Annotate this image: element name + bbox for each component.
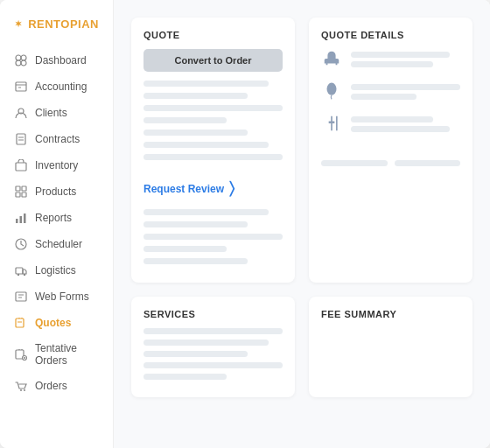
quote-details-panel: Quote Details — [309, 18, 472, 283]
quote-panel-title: QUOTE — [144, 30, 283, 40]
convert-to-order-button[interactable]: Convert to Order — [144, 49, 283, 72]
detail-lines-balloon — [351, 84, 460, 103]
services-panel: Services — [131, 297, 295, 397]
svg-point-3 — [21, 55, 26, 60]
svg-point-0 — [18, 23, 20, 25]
contracts-icon — [14, 132, 28, 146]
skeleton-line — [144, 221, 248, 228]
svg-point-1 — [16, 55, 21, 60]
detail-lines-chair — [351, 52, 460, 71]
sidebar-item-quotes[interactable]: Quotes — [0, 310, 113, 336]
dashboard-icon — [14, 53, 28, 67]
sidebar-label-quotes: Quotes — [35, 317, 71, 329]
sidebar-item-accounting[interactable]: Accounting — [0, 74, 113, 100]
svg-rect-14 — [22, 186, 26, 191]
sidebar-item-logistics[interactable]: Logistics — [0, 257, 113, 284]
quotes-icon — [14, 316, 28, 330]
skeleton-line — [144, 234, 283, 240]
services-lines — [144, 328, 283, 380]
sidebar-item-inventory[interactable]: Inventory — [0, 152, 113, 178]
svg-rect-27 — [16, 318, 24, 327]
web-forms-icon — [14, 290, 28, 304]
skeleton-line — [144, 362, 283, 368]
skeleton-line — [351, 61, 433, 67]
svg-rect-9 — [17, 134, 25, 144]
svg-rect-5 — [16, 82, 26, 91]
detail-lines-utensils — [351, 116, 460, 136]
detail-row-chair — [321, 49, 460, 73]
sidebar-item-tentative-orders[interactable]: Tentative Orders — [0, 336, 113, 373]
svg-rect-15 — [16, 192, 20, 197]
skeleton-line — [321, 160, 388, 166]
svg-rect-24 — [16, 292, 26, 301]
skeleton-line — [351, 116, 433, 122]
skeleton-line — [144, 340, 269, 346]
app-container: RENTOPIAN Dashboard Accounting Clients — [0, 0, 490, 448]
sidebar-item-orders[interactable]: Orders — [0, 373, 113, 399]
sidebar-label-logistics: Logistics — [35, 264, 76, 276]
svg-rect-17 — [16, 219, 18, 223]
sidebar: RENTOPIAN Dashboard Accounting Clients — [0, 0, 114, 448]
sidebar-label-contracts: Contracts — [35, 133, 80, 145]
skeleton-line — [144, 246, 227, 252]
logo: RENTOPIAN — [0, 14, 113, 47]
quote-panel: QUOTE Convert to Order Request Review 〉 — [131, 18, 295, 283]
quote-details-title: Quote Details — [321, 30, 460, 40]
svg-point-23 — [24, 274, 25, 276]
skeleton-line — [144, 258, 248, 264]
logistics-icon — [14, 263, 28, 277]
skeleton-line — [144, 209, 269, 215]
skeleton-line — [144, 93, 248, 99]
skeleton-line — [144, 351, 248, 357]
logo-text: RENTOPIAN — [28, 18, 99, 31]
tentative-orders-icon — [14, 347, 28, 361]
sidebar-label-web-forms: Web Forms — [35, 290, 89, 303]
fee-summary-title: Fee Summary — [321, 309, 460, 319]
inventory-icon — [14, 158, 28, 172]
skeleton-line — [144, 117, 227, 123]
fee-summary-panel: Fee Summary — [309, 297, 472, 397]
skeleton-line — [351, 52, 450, 58]
svg-point-22 — [18, 274, 19, 276]
fee-summary-content — [321, 328, 460, 381]
sidebar-item-web-forms[interactable]: Web Forms — [0, 284, 113, 310]
bottom-row — [321, 160, 460, 172]
sidebar-label-orders: Orders — [35, 380, 67, 392]
sidebar-item-reports[interactable]: Reports — [0, 205, 113, 231]
sidebar-item-dashboard[interactable]: Dashboard — [0, 47, 113, 74]
skeleton-line — [144, 130, 248, 136]
svg-rect-19 — [24, 214, 26, 223]
svg-point-34 — [24, 389, 25, 391]
sidebar-label-dashboard: Dashboard — [35, 54, 87, 66]
svg-rect-16 — [22, 192, 26, 197]
main-content: QUOTE Convert to Order Request Review 〉 — [114, 0, 490, 448]
sidebar-item-scheduler[interactable]: Scheduler — [0, 231, 113, 257]
skeleton-line — [144, 374, 227, 380]
sidebar-label-tentative-orders: Tentative Orders — [35, 342, 99, 367]
services-title: Services — [144, 309, 283, 319]
reports-icon — [14, 211, 28, 225]
balloon-icon — [321, 81, 342, 105]
sidebar-item-contracts[interactable]: Contracts — [0, 126, 113, 152]
products-icon — [14, 185, 28, 199]
skeleton-line — [144, 80, 269, 87]
sidebar-label-reports: Reports — [35, 212, 72, 224]
svg-point-4 — [16, 60, 21, 66]
svg-rect-13 — [16, 186, 20, 191]
logo-icon — [14, 14, 23, 33]
skeleton-line — [144, 328, 283, 334]
detail-row-balloon — [321, 81, 460, 105]
accounting-icon — [14, 80, 28, 94]
sidebar-label-accounting: Accounting — [35, 80, 87, 93]
chair-icon — [321, 49, 342, 73]
skeleton-line — [351, 126, 450, 132]
sidebar-item-products[interactable]: Products — [0, 178, 113, 205]
skeleton-line — [351, 94, 416, 100]
sidebar-label-products: Products — [35, 186, 76, 198]
sidebar-item-clients[interactable]: Clients — [0, 100, 113, 126]
cursor-icon: 〉 — [229, 179, 234, 198]
svg-point-2 — [21, 60, 26, 66]
skeleton-line — [144, 105, 283, 111]
request-review-button[interactable]: Request Review 〉 — [144, 175, 234, 202]
svg-rect-18 — [20, 216, 23, 223]
